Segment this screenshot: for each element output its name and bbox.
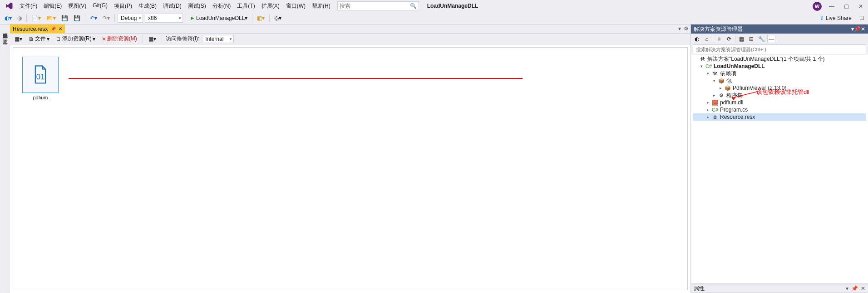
close-button[interactable]: ✕: [856, 2, 865, 11]
start-debug-button[interactable]: ▶LoadUnManageDLL ▾: [189, 13, 249, 23]
pane-pin-icon[interactable]: 📌: [854, 26, 861, 32]
tool1-button[interactable]: ◧▾: [255, 13, 266, 23]
nav-back-button[interactable]: ◐▾: [3, 13, 14, 23]
menu-item[interactable]: 生成(B): [135, 0, 160, 12]
menu-item[interactable]: 分析(N): [209, 0, 234, 12]
project-name-label: LoadUnManageDLL: [424, 2, 481, 10]
document-area: Resource.resx 📌 ✕ ▾ ⚙ ▦▾ 🗎 文件 ▾ 🗋 添加资源(R…: [10, 24, 691, 293]
solution-toolbar: ◐ ⌂ ≡ ⟳ ▦ ⊟ 🔧 —: [691, 34, 868, 44]
se-properties-icon[interactable]: 🔧: [757, 35, 765, 43]
nav-fwd-button[interactable]: ◑: [15, 13, 24, 23]
resource-item-pdfium[interactable]: 01 pdfium: [22, 57, 59, 100]
window-controls: W — ▢ ✕: [813, 2, 865, 11]
live-share-icon: ⇪: [819, 15, 824, 21]
props-pin-icon[interactable]: 📌: [851, 285, 858, 292]
minimize-button[interactable]: —: [827, 2, 836, 11]
right-pane: 解决方案资源管理器 ▾📌✕ ◐ ⌂ ≡ ⟳ ▦ ⊟ 🔧 — 🛠解决方案"Load…: [691, 24, 868, 293]
se-collapse-icon[interactable]: ⊟: [747, 35, 755, 43]
resx-access-label: 访问修饰符(I):: [166, 35, 200, 43]
pane-close-icon[interactable]: ✕: [861, 26, 865, 32]
left-rail: 服务器资源管理器 工具箱: [0, 24, 10, 293]
main-toolbar: ◐▾ ◑ 📄▾ 📂▾ 💾 💾 ↶▾ ↷▾ Debug x86 ▶LoadUnMa…: [0, 12, 868, 24]
menu-item[interactable]: 测试(S): [185, 0, 209, 12]
file-thumb-icon: 01: [22, 57, 59, 93]
solution-tree: 🛠解决方案"LoadUnManageDLL"(1 个项目/共 1 个) ▾C#L…: [691, 54, 868, 284]
svg-text:01: 01: [36, 73, 45, 81]
se-home-icon[interactable]: ⌂: [703, 35, 711, 43]
global-search-input[interactable]: 🔍: [337, 1, 419, 10]
doc-tab-label: Resource.resx: [13, 26, 48, 32]
close-tab-icon[interactable]: ✕: [59, 26, 62, 31]
menu-item[interactable]: 工具(T): [234, 0, 258, 12]
resx-file-button[interactable]: 🗎 文件 ▾: [27, 34, 51, 44]
menu-item[interactable]: 文件(F): [16, 0, 40, 12]
tree-pdfium-dll[interactable]: ▸🧱pdfium.dll: [693, 99, 866, 106]
props-close-icon[interactable]: ✕: [861, 285, 865, 292]
resx-toolbar: ▦▾ 🗎 文件 ▾ 🗋 添加资源(R) ▾ ✕ 删除资源(M) ▦▾ 访问修饰符…: [10, 34, 690, 44]
tree-resource-resx[interactable]: ▸🗎Resource.resx: [693, 113, 866, 121]
se-refresh-icon[interactable]: ⟳: [725, 35, 733, 43]
solution-explorer-header: 解决方案资源管理器 ▾📌✕: [691, 24, 868, 34]
se-back-icon[interactable]: ◐: [693, 35, 701, 43]
platform-selector[interactable]: x86: [145, 14, 183, 23]
redo-button[interactable]: ↷▾: [101, 13, 112, 23]
solution-explorer-title: 解决方案资源管理器: [694, 25, 743, 33]
doc-tab-resource[interactable]: Resource.resx 📌 ✕: [10, 24, 65, 33]
save-all-button[interactable]: 💾: [72, 13, 82, 23]
menu-item[interactable]: 视图(V): [65, 0, 89, 12]
live-share-button[interactable]: ⇪ Live Share: [819, 15, 852, 21]
se-preview-icon[interactable]: —: [767, 35, 775, 43]
save-button[interactable]: 💾: [59, 13, 70, 23]
properties-title: 属性: [694, 285, 705, 293]
tree-program-cs[interactable]: ▸C#Program.cs: [693, 106, 866, 113]
resx-add-button[interactable]: 🗋 添加资源(R) ▾: [54, 34, 97, 44]
rail-toolbox[interactable]: 工具箱: [1, 34, 10, 37]
new-project-button[interactable]: 📄▾: [30, 13, 43, 23]
open-button[interactable]: 📂▾: [44, 13, 58, 23]
tree-project[interactable]: ▾C#LoadUnManageDLL: [693, 63, 866, 70]
undo-button[interactable]: ↶▾: [88, 13, 99, 23]
menu-item[interactable]: Git(G): [89, 0, 111, 12]
config-selector[interactable]: Debug: [118, 14, 143, 23]
search-icon: 🔍: [410, 3, 417, 9]
tree-solution[interactable]: 🛠解决方案"LoadUnManageDLL"(1 个项目/共 1 个): [693, 55, 866, 63]
tree-packages[interactable]: ▾📦包: [693, 77, 866, 84]
resx-strings-button[interactable]: ▦▾: [13, 34, 24, 44]
document-tabs: Resource.resx 📌 ✕ ▾ ⚙: [10, 24, 690, 34]
solution-search-input[interactable]: [693, 44, 866, 54]
menu-bar: 文件(F)编辑(E)视图(V)Git(G)项目(P)生成(B)调试(D)测试(S…: [0, 0, 868, 12]
menu-item[interactable]: 项目(P): [111, 0, 135, 12]
tool2-button[interactable]: ◎▾: [272, 13, 283, 23]
resx-view-button[interactable]: ▦▾: [147, 34, 158, 44]
resx-access-selector[interactable]: Internal: [202, 35, 234, 43]
menu-item[interactable]: 编辑(E): [40, 0, 65, 12]
se-sync-icon[interactable]: ≡: [715, 35, 723, 43]
tree-deps[interactable]: ▾⚒依赖项: [693, 70, 866, 77]
menu-item[interactable]: 调试(D): [160, 0, 185, 12]
menu-item[interactable]: 窗口(W): [283, 0, 309, 12]
se-showall-icon[interactable]: ▦: [737, 35, 745, 43]
annotation-text: 该包依赖该非托管dll: [756, 88, 809, 96]
doc-dropdown-icon[interactable]: ▾: [678, 25, 681, 32]
properties-header[interactable]: 属性 ▾📌✕: [691, 284, 868, 293]
vs-logo-icon: [5, 1, 14, 10]
resx-delete-button[interactable]: ✕ 删除资源(M): [100, 34, 139, 44]
feedback-icon[interactable]: ☐: [859, 15, 864, 21]
menu-item[interactable]: 帮助(H): [309, 0, 334, 12]
props-dropdown-icon[interactable]: ▾: [846, 285, 848, 292]
maximize-button[interactable]: ▢: [842, 2, 851, 11]
pin-icon[interactable]: 📌: [50, 26, 56, 31]
account-badge-icon[interactable]: W: [813, 2, 822, 11]
resource-item-label: pdfium: [22, 95, 59, 100]
rail-server-explorer[interactable]: 服务器资源管理器: [1, 28, 10, 31]
menu-item[interactable]: 扩展(X): [258, 0, 283, 12]
doc-settings-icon[interactable]: ⚙: [684, 25, 689, 32]
resource-canvas: 01 pdfium: [13, 47, 688, 290]
